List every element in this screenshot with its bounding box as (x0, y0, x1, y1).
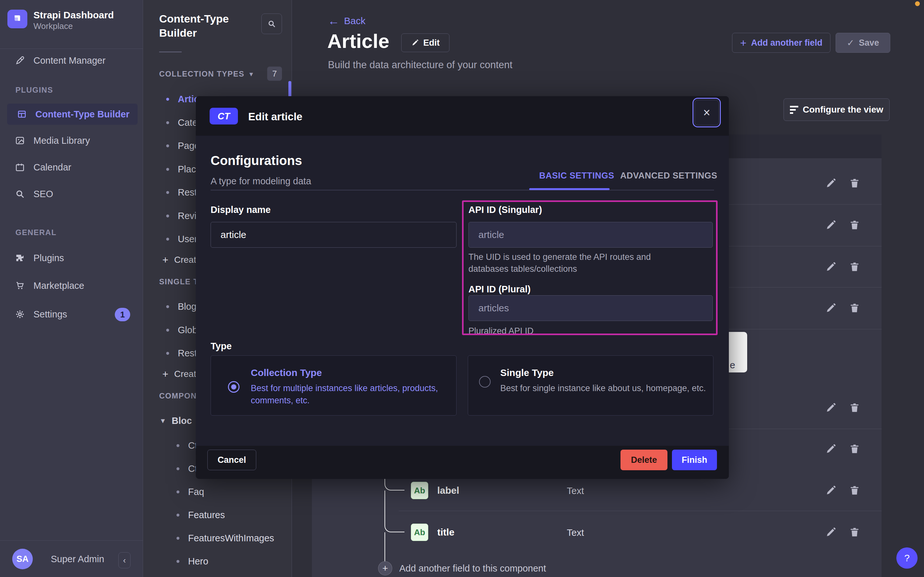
cancel-button[interactable]: Cancel (207, 450, 256, 470)
delete-field-icon[interactable] (849, 485, 860, 496)
component-item-ct-2[interactable]: Ct (177, 457, 198, 480)
component-item-hero[interactable]: Hero (177, 550, 208, 573)
sidebar-item-media-library[interactable]: Media Library (0, 130, 143, 151)
collection-type-option[interactable]: Collection Type Best for multiple instan… (211, 355, 456, 416)
sidebar-item-content-type-builder[interactable]: Content-Type Builder (7, 103, 138, 125)
page-title: Article (327, 30, 389, 52)
bullet-icon (177, 467, 179, 470)
sidebar-item-label: Content Manager (34, 55, 106, 66)
sidebar-item-marketplace[interactable]: Marketplace (0, 275, 143, 296)
configure-view-button[interactable]: Configure the view (784, 98, 890, 121)
delete-field-icon[interactable] (849, 402, 860, 414)
tab-basic-settings[interactable]: BASIC SETTINGS (539, 171, 614, 181)
sidebar-item-seo[interactable]: SEO (0, 184, 143, 204)
radio-selected-icon[interactable] (228, 381, 239, 393)
sidebar-item-place[interactable]: Plac (166, 158, 196, 181)
save-button[interactable]: ✓ Save (836, 33, 890, 53)
search-button[interactable] (261, 13, 282, 34)
help-button[interactable]: ? (896, 547, 918, 569)
edit-field-icon[interactable] (825, 219, 837, 231)
edit-button[interactable]: Edit (401, 34, 450, 52)
sidebar-item-label: Media Library (34, 135, 90, 146)
edit-field-icon[interactable] (825, 177, 837, 189)
tab-advanced-settings[interactable]: ADVANCED SETTINGS (620, 171, 717, 181)
layout-grid-icon (16, 108, 28, 120)
display-name-input[interactable]: article (211, 222, 456, 248)
sidebar-item-blog[interactable]: Blog (166, 295, 196, 318)
bullet-icon (166, 238, 169, 240)
sidebar-item-label: Plugins (34, 253, 64, 263)
field-type: Text (567, 527, 584, 538)
sidebar-item-calendar[interactable]: Calendar (0, 157, 143, 177)
delete-field-icon[interactable] (849, 443, 860, 455)
strapi-logo-icon (12, 13, 23, 24)
back-link[interactable]: ← Back (328, 14, 366, 27)
api-id-singular-input[interactable]: article (468, 222, 713, 248)
radio-unselected-icon[interactable] (479, 376, 491, 388)
sidebar-item-user[interactable]: User (166, 227, 198, 251)
create-collection-type-link[interactable]: +Creat (162, 248, 196, 271)
bullet-icon (166, 214, 169, 218)
delete-field-icon[interactable] (849, 302, 860, 314)
page-subtitle: Build the data architecture of your cont… (328, 59, 513, 71)
ctb-sidebar-title: Content-Type Builder (159, 11, 229, 40)
gear-icon (14, 308, 26, 320)
close-modal-button[interactable]: × (694, 100, 719, 126)
close-icon: × (703, 106, 710, 120)
tree-connector (384, 532, 385, 561)
add-another-field-button[interactable]: + Add another field (732, 33, 831, 53)
delete-field-icon[interactable] (849, 177, 860, 189)
create-single-type-link[interactable]: +Creat (162, 363, 196, 386)
sidebar-item-restaurant[interactable]: Rest (166, 181, 197, 204)
arrow-left-icon: ← (328, 14, 339, 27)
sidebar-item-settings[interactable]: Settings 1 (0, 304, 143, 324)
delete-field-icon[interactable] (849, 219, 860, 231)
finish-button[interactable]: Finish (672, 450, 717, 470)
nav-section-plugins: PLUGINS (15, 85, 53, 95)
bullet-icon (177, 514, 179, 517)
sidebar-item-page[interactable]: Page (166, 134, 200, 157)
collapse-sidebar-button[interactable]: ‹ (118, 552, 130, 568)
app-subtitle: Workplace (34, 21, 73, 31)
sidebar-item-review[interactable]: Revi (166, 204, 196, 227)
puzzle-icon (14, 252, 26, 264)
tabs-divider (211, 190, 714, 190)
question-icon: ? (905, 553, 910, 564)
sidebar-item-content-manager[interactable]: Content Manager (0, 50, 143, 71)
api-id-plural-input[interactable]: articles (468, 295, 713, 321)
delete-field-icon[interactable] (849, 261, 860, 273)
edit-field-icon[interactable] (825, 302, 837, 314)
bullet-icon (166, 305, 169, 308)
sidebar-item-article[interactable]: Artic (166, 87, 199, 111)
component-group-blocks[interactable]: ▾Bloc (161, 409, 192, 432)
collection-types-header[interactable]: COLLECTION TYPES ▾ (159, 69, 253, 79)
filter-icon (790, 106, 798, 114)
modal-header: CT Edit article × (196, 96, 729, 136)
component-item-featureswithimages[interactable]: FeaturesWithImages (177, 527, 274, 550)
edit-field-icon[interactable] (825, 485, 837, 496)
edit-field-icon[interactable] (825, 261, 837, 273)
single-type-option[interactable]: Single Type Best for single instance lik… (468, 355, 713, 416)
sidebar-item-global[interactable]: Glob (166, 318, 198, 342)
sidebar-item-plugins[interactable]: Plugins (0, 248, 143, 268)
delete-button[interactable]: Delete (620, 450, 667, 470)
edit-field-icon[interactable] (825, 402, 837, 414)
bullet-icon (166, 352, 169, 355)
delete-field-icon[interactable] (849, 527, 860, 538)
add-field-to-component-button[interactable]: + Add another field to this component (378, 561, 546, 575)
component-item-features[interactable]: Features (177, 503, 225, 527)
sidebar-item-restaurant-single[interactable]: Rest (166, 342, 197, 365)
text-field-type-badge: Ab (411, 482, 428, 499)
edit-field-icon[interactable] (825, 527, 837, 538)
sidebar-item-category[interactable]: Cate (166, 111, 198, 134)
component-item-faq[interactable]: Faq (177, 480, 204, 503)
edit-field-icon[interactable] (825, 443, 837, 455)
tree-connector (384, 490, 405, 532)
caret-down-icon: ▾ (249, 70, 253, 78)
component-item-ct-1[interactable]: Ct (177, 434, 198, 457)
avatar[interactable]: SA (12, 549, 33, 569)
field-name: label (437, 485, 459, 496)
divider (0, 540, 143, 541)
cart-icon (14, 280, 26, 292)
edit-article-modal: CT Edit article × Configurations A type … (196, 96, 729, 479)
